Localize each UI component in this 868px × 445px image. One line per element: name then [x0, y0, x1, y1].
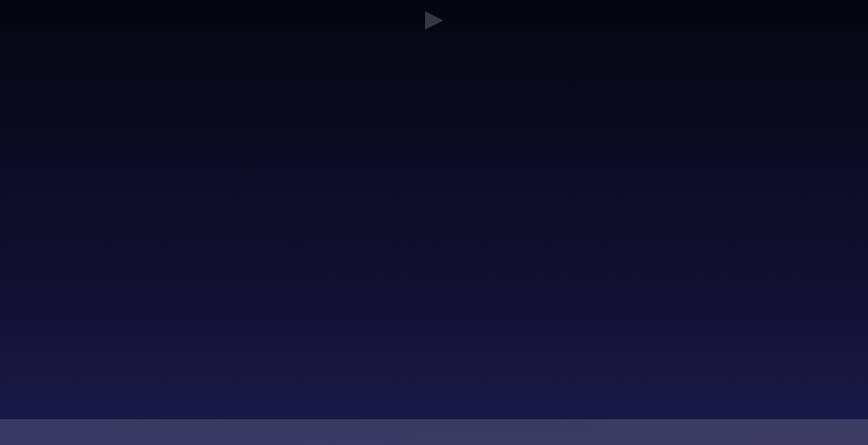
panel-3: ☰ 🔥 MovieFire HD HUGE DETAILS ↻ 🔍 Just A… [580, 0, 868, 445]
video-thumbnail-2[interactable]: ▶ [585, 218, 862, 295]
content-3: T Tensoft → A Hot Bangla Short Film 2018… [580, 59, 867, 445]
